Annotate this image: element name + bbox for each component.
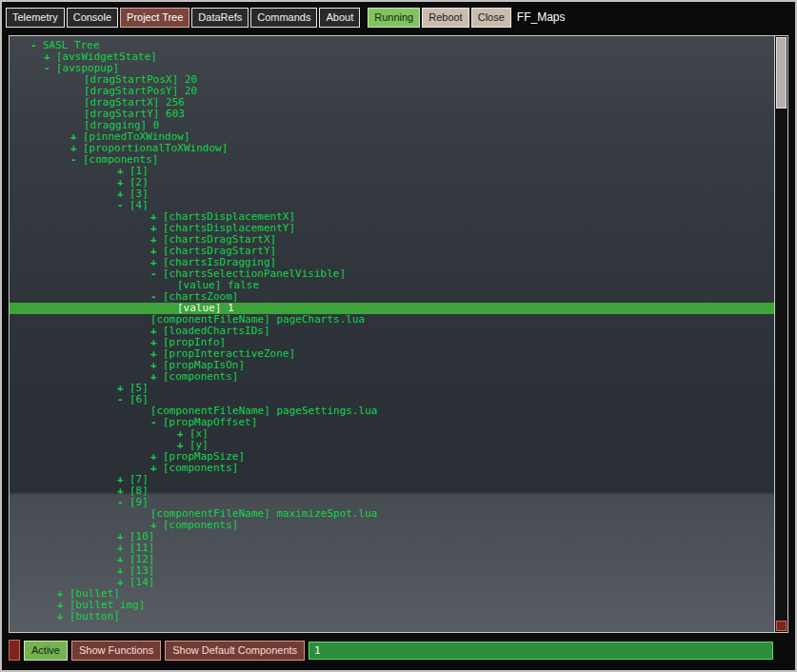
tree-row[interactable]: +[3] (10, 188, 774, 200)
collapse-icon[interactable]: - (150, 268, 163, 280)
toolbar: TelemetryConsoleProject TreeDataRefsComm… (6, 5, 791, 30)
tree-row[interactable]: +[avsWidgetState] (10, 51, 774, 63)
tree-row[interactable]: -[chartsZoom] (10, 291, 774, 303)
tree-row[interactable]: +[loadedChartsIDs] (10, 326, 774, 337)
tree-row[interactable]: +[button] (10, 611, 774, 623)
expand-icon[interactable]: + (150, 371, 163, 383)
tree-row[interactable]: +[10] (10, 531, 774, 543)
node-label: [4] (130, 199, 149, 211)
tree-row[interactable]: [value] false (10, 280, 774, 291)
bottom-bar: Active Show Functions Show Default Compo… (9, 639, 788, 662)
scrollbar-end-cap[interactable] (776, 621, 787, 631)
tree-row[interactable]: [componentFileName] maximizeSpot.lua (10, 508, 774, 520)
toolbar-button-console[interactable]: Console (67, 8, 118, 28)
collapse-icon[interactable]: - (44, 63, 56, 74)
toolbar-button-project-tree[interactable]: Project Tree (120, 8, 189, 28)
tree-row[interactable]: +[propInteractiveZone] (10, 348, 774, 360)
node-label: [14] (130, 576, 155, 588)
tree-row[interactable]: +[5] (10, 383, 774, 394)
tree-row[interactable]: -[chartsSelectionPanelVisible] (10, 268, 774, 280)
node-label: [button] (70, 610, 120, 623)
tree-row[interactable]: +[y] (10, 440, 774, 451)
tree-row[interactable]: +[chartsDisplacementX] (10, 211, 774, 223)
tree-row[interactable]: [componentFileName] pageCharts.lua (10, 314, 774, 326)
tree-row[interactable]: +[x] (10, 428, 774, 440)
toolbar-button-datarefs[interactable]: DataRefs (191, 8, 249, 28)
tree-row[interactable]: +[chartsDragStartY] (10, 246, 774, 257)
expand-icon[interactable]: + (150, 463, 163, 474)
tree-row[interactable]: +[chartsDisplacementY] (10, 223, 774, 234)
scrollbar-thumb[interactable] (776, 37, 787, 109)
tree-panel: -SASL Tree+[avsWidgetState]-[avspopup][d… (9, 35, 788, 633)
toolbar-button-commands[interactable]: Commands (250, 8, 317, 28)
tree-row[interactable]: -[6] (10, 394, 774, 405)
toolbar-button-about[interactable]: About (319, 8, 360, 28)
collapse-icon[interactable]: - (150, 291, 163, 303)
toolbar-buttons: TelemetryConsoleProject TreeDataRefsComm… (6, 8, 511, 28)
tree-row[interactable]: +[11] (10, 543, 774, 554)
active-button[interactable]: Active (24, 641, 68, 661)
app-title: FF_Maps (517, 10, 566, 24)
toolbar-button-close[interactable]: Close (471, 8, 511, 28)
hscrollbar-cap[interactable] (9, 640, 20, 661)
tree-row[interactable]: [componentFileName] pageSettings.lua (10, 405, 774, 417)
toolbar-button-reboot[interactable]: Reboot (422, 8, 468, 28)
node-value: pageSettings.lua (270, 405, 378, 417)
collapse-icon[interactable]: - (30, 40, 43, 51)
sasl-tree: -SASL Tree+[avsWidgetState]-[avspopup][d… (10, 36, 774, 632)
tree-row[interactable]: -[propMapOffset] (10, 417, 774, 428)
tree-row[interactable]: +[12] (10, 554, 774, 565)
node-label: [components] (163, 370, 238, 383)
collapse-icon[interactable]: - (117, 200, 130, 211)
tree-row[interactable]: +[propMapIsOn] (10, 360, 774, 371)
show-default-components-button[interactable]: Show Default Components (165, 641, 305, 661)
tree-row[interactable]: -[9] (10, 497, 774, 508)
toolbar-button-running[interactable]: Running (368, 8, 420, 28)
collapse-icon[interactable]: - (117, 497, 130, 508)
tree-row[interactable]: +[components] (10, 371, 774, 383)
toolbar-button-telemetry[interactable]: Telemetry (6, 8, 65, 28)
tree-row[interactable]: [value] 1 (10, 303, 774, 314)
show-functions-button[interactable]: Show Functions (71, 641, 161, 661)
node-value: 603 (159, 108, 185, 120)
tree-row[interactable]: -[4] (10, 200, 774, 211)
collapse-icon[interactable]: - (117, 394, 130, 405)
tree-row[interactable]: +[bullet_img] (10, 600, 774, 611)
collapse-icon[interactable]: - (70, 154, 83, 166)
tree-row[interactable]: +[propMapSize] (10, 451, 774, 463)
expand-icon[interactable]: + (57, 611, 70, 623)
vertical-scrollbar[interactable] (774, 36, 787, 632)
node-label: [6] (130, 393, 149, 405)
tree-row[interactable]: +[propInfo] (10, 337, 774, 348)
node-value: maximizeSpot.lua (270, 507, 378, 520)
app-window: TelemetryConsoleProject TreeDataRefsComm… (0, 0, 797, 672)
node-label: [9] (130, 496, 149, 508)
tree-row[interactable]: +[2] (10, 177, 774, 188)
node-label: [components] (163, 462, 238, 474)
tree-row[interactable]: +[chartsDragStartX] (10, 234, 774, 246)
tree-row[interactable]: +[components] (10, 520, 774, 531)
node-label: [components] (163, 519, 238, 531)
tree-row[interactable]: +[14] (10, 577, 774, 588)
tree-row[interactable]: +[7] (10, 474, 774, 485)
tree-row[interactable]: +[components] (10, 463, 774, 474)
tree-row[interactable]: +[1] (10, 166, 774, 177)
tree-row[interactable]: -[components] (10, 154, 774, 166)
value-input[interactable] (309, 642, 773, 660)
tree-row[interactable]: +[13] (10, 565, 774, 577)
collapse-icon[interactable]: - (150, 417, 163, 428)
tree-row[interactable]: +[8] (10, 485, 774, 497)
node-value: pageCharts.lua (270, 313, 365, 326)
tree-row[interactable]: +[chartsIsDragging] (10, 257, 774, 268)
